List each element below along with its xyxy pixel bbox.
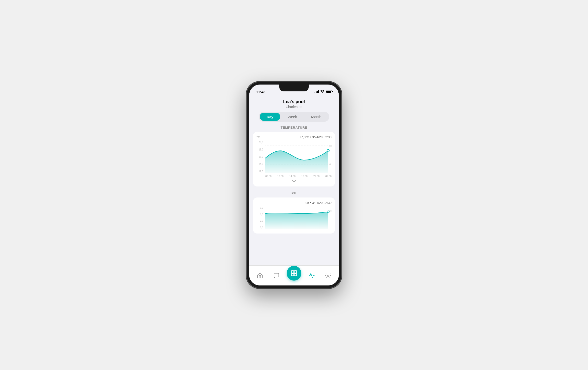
header: Lea's pool Charleston xyxy=(249,95,339,112)
svg-point-12 xyxy=(327,275,329,276)
temperature-chart-card: °C 17,3°C • 3/24/20 02:30 20,0 18,0 16,0… xyxy=(253,132,335,186)
phone-screen: 11:48 Lea's pool Ch xyxy=(249,85,339,285)
temperature-chart-plot: Max Min xyxy=(265,141,331,173)
x-label-5: 02:00 xyxy=(325,175,331,178)
notch xyxy=(279,85,309,91)
x-label-1: 10:00 xyxy=(277,175,283,178)
tab-month[interactable]: Month xyxy=(304,113,328,121)
tabs-container: Day Week Month xyxy=(249,112,339,126)
ph-chart-area: 9,0 8,0 7,0 6,0 xyxy=(257,207,331,234)
x-label-4: 22:00 xyxy=(313,175,319,178)
nav-pool-center[interactable] xyxy=(287,266,301,281)
ph-chart-header: 8,5 • 3/24/20 02:30 xyxy=(257,201,331,205)
temperature-title: TEMPERATURE xyxy=(249,126,339,129)
y-label-3: 14,0 xyxy=(259,163,263,165)
signal-icon xyxy=(315,90,319,93)
phone-frame: 11:48 Lea's pool Ch xyxy=(246,82,342,288)
ph-y-axis: 9,0 8,0 7,0 6,0 xyxy=(257,207,265,229)
svg-point-7 xyxy=(327,211,329,213)
temperature-y-axis: 20,0 18,0 16,0 14,0 12,0 xyxy=(257,141,265,173)
temperature-x-axis: 06:00 10:00 14:00 18:00 22:00 02:00 xyxy=(265,173,331,178)
temperature-unit: °C xyxy=(257,135,260,139)
temperature-section: TEMPERATURE °C 17,3°C • 3/24/20 02:30 20… xyxy=(249,126,339,189)
nav-messages[interactable] xyxy=(270,270,282,282)
ph-chart-card: 8,5 • 3/24/20 02:30 9,0 8,0 7,0 6,0 xyxy=(253,197,335,234)
battery-icon xyxy=(326,90,332,93)
pool-name: Lea's pool xyxy=(249,99,339,104)
ph-title: PH xyxy=(249,191,339,195)
ph-y-2: 7,0 xyxy=(260,220,263,222)
time-period-tabs: Day Week Month xyxy=(259,112,329,122)
status-icons xyxy=(315,90,332,94)
tab-day[interactable]: Day xyxy=(260,113,280,121)
svg-point-4 xyxy=(327,149,329,152)
svg-rect-9 xyxy=(294,271,296,273)
ph-y-0: 9,0 xyxy=(260,207,263,209)
expand-chevron[interactable] xyxy=(257,178,331,184)
x-label-0: 06:00 xyxy=(265,175,271,178)
svg-rect-10 xyxy=(291,273,294,276)
svg-text:Max: Max xyxy=(329,145,331,147)
svg-rect-8 xyxy=(291,271,294,273)
pool-location: Charleston xyxy=(249,105,339,109)
temperature-current-value: 17,3°C • 3/24/20 02:30 xyxy=(299,135,331,139)
ph-y-1: 8,0 xyxy=(260,213,263,216)
nav-analytics[interactable] xyxy=(306,270,318,282)
temperature-chart-header: °C 17,3°C • 3/24/20 02:30 xyxy=(257,135,331,139)
nav-home[interactable] xyxy=(254,270,266,282)
ph-y-3: 6,0 xyxy=(260,226,263,229)
svg-rect-11 xyxy=(294,273,296,276)
ph-current-value: 8,5 • 3/24/20 02:30 xyxy=(305,201,331,205)
status-time: 11:48 xyxy=(256,90,265,94)
ph-section: PH 8,5 • 3/24/20 02:30 9,0 8,0 7,0 6,0 xyxy=(249,191,339,236)
tab-week[interactable]: Week xyxy=(281,113,304,121)
bottom-nav xyxy=(249,265,339,285)
x-label-2: 14:00 xyxy=(289,175,295,178)
nav-settings[interactable] xyxy=(322,270,334,282)
wifi-icon xyxy=(320,90,324,94)
y-label-0: 20,0 xyxy=(259,141,263,144)
y-label-4: 12,0 xyxy=(259,170,263,173)
x-label-3: 18:00 xyxy=(301,175,307,178)
y-label-1: 18,0 xyxy=(259,148,263,151)
temperature-chart-area: 20,0 18,0 16,0 14,0 12,0 xyxy=(257,141,331,178)
y-label-2: 16,0 xyxy=(259,156,263,158)
main-content: Lea's pool Charleston Day Week Month TEM… xyxy=(249,95,339,265)
svg-text:Min: Min xyxy=(329,163,331,166)
ph-chart-plot: Max xyxy=(265,207,331,229)
